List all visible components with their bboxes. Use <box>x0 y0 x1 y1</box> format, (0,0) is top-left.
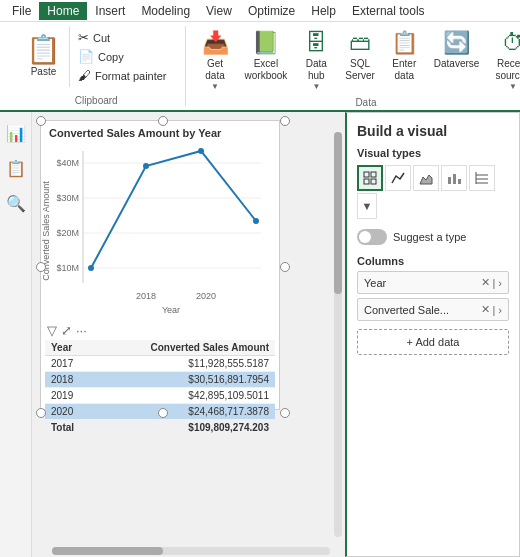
converted-sales-pill-remove[interactable]: ✕ <box>481 303 490 316</box>
table-row[interactable]: 2018$30,516,891.7954 <box>45 372 275 388</box>
visual-type-more[interactable]: ▼ <box>357 193 377 219</box>
drag-handle-top-mid[interactable] <box>158 116 168 126</box>
svg-rect-24 <box>458 179 461 184</box>
drag-handle-top-left[interactable] <box>36 116 46 126</box>
visual-type-table[interactable] <box>357 165 383 191</box>
ribbon: 📋 Paste ✂ Cut 📄 Copy 🖌 Format painter Cl… <box>0 22 520 112</box>
format-painter-button[interactable]: 🖌 Format painter <box>74 66 171 85</box>
amount-cell: $42,895,109.5011 <box>94 388 275 404</box>
svg-rect-19 <box>364 179 369 184</box>
suggest-toggle[interactable] <box>357 229 387 245</box>
table-row[interactable]: 2019$42,895,109.5011 <box>45 388 275 404</box>
data-table: Year Converted Sales Amount 2017$11,928,… <box>45 340 275 436</box>
recent-sources-button[interactable]: ⏱ Recentsources ▼ <box>489 26 520 95</box>
data-table-container: Year Converted Sales Amount 2017$11,928,… <box>41 340 279 436</box>
drag-handle-bottom-mid[interactable] <box>158 408 168 418</box>
visual-container[interactable]: Converted Sales Amount by Year $40M $30M… <box>40 120 280 410</box>
cut-button[interactable]: ✂ Cut <box>74 28 171 47</box>
total-label-cell: Total <box>45 420 94 436</box>
sql-server-button[interactable]: 🗃 SQLServer <box>339 26 380 86</box>
amount-cell: $30,516,891.7954 <box>94 372 275 388</box>
svg-marker-21 <box>420 175 432 184</box>
amount-column-header: Converted Sales Amount <box>94 340 275 356</box>
data-hub-arrow: ▼ <box>312 82 320 91</box>
enter-data-label: Enterdata <box>392 58 416 82</box>
horizontal-scrollbar-thumb[interactable] <box>52 547 163 555</box>
menu-file[interactable]: File <box>4 2 39 20</box>
menu-modeling[interactable]: Modeling <box>133 2 198 20</box>
svg-rect-20 <box>371 179 376 184</box>
drag-handle-bottom-right[interactable] <box>280 408 290 418</box>
year-column-pill: Year ✕ | › <box>357 271 509 294</box>
svg-rect-22 <box>448 177 451 184</box>
horizontal-scrollbar[interactable] <box>52 547 330 555</box>
year-pill-actions: ✕ | › <box>481 276 502 289</box>
data-group-label: Data <box>196 95 520 108</box>
svg-rect-23 <box>453 174 456 184</box>
line-chart-svg: $40M $30M $20M $10M 2018 2020 Year <box>41 141 271 316</box>
year-pill-expand[interactable]: | › <box>492 277 502 289</box>
table-row[interactable]: 2017$11,928,555.5187 <box>45 356 275 372</box>
ribbon-clipboard-group: 📋 Paste ✂ Cut 📄 Copy 🖌 Format painter Cl… <box>8 26 186 106</box>
menu-view[interactable]: View <box>198 2 240 20</box>
svg-rect-18 <box>371 172 376 177</box>
converted-sales-pill-expand[interactable]: | › <box>492 304 502 316</box>
drag-handle-bottom-left[interactable] <box>36 408 46 418</box>
ribbon-data-group: 📥 Getdata ▼ 📗 Excelworkbook 🗄 Datahub ▼ … <box>186 26 520 106</box>
paste-icon: 📋 <box>26 36 61 64</box>
visual-types-row: ▼ <box>357 165 509 219</box>
drag-handle-top-right[interactable] <box>280 116 290 126</box>
menu-insert[interactable]: Insert <box>87 2 133 20</box>
dataverse-label: Dataverse <box>434 58 480 70</box>
visual-type-bar[interactable] <box>441 165 467 191</box>
table-body: 2017$11,928,555.51872018$30,516,891.7954… <box>45 356 275 436</box>
drag-handle-left-mid[interactable] <box>36 262 46 272</box>
data-buttons: 📥 Getdata ▼ 📗 Excelworkbook 🗄 Datahub ▼ … <box>196 26 520 95</box>
data-hub-button[interactable]: 🗄 Datahub ▼ <box>297 26 335 95</box>
vertical-scrollbar-thumb[interactable] <box>334 132 342 294</box>
menu-external-tools[interactable]: External tools <box>344 2 433 20</box>
format-painter-icon: 🖌 <box>78 68 91 83</box>
recent-sources-arrow: ▼ <box>509 82 517 91</box>
add-data-button[interactable]: + Add data <box>357 329 509 355</box>
menu-help[interactable]: Help <box>303 2 344 20</box>
table-header-row: Year Converted Sales Amount <box>45 340 275 356</box>
clipboard-buttons: 📋 Paste ✂ Cut 📄 Copy 🖌 Format painter <box>18 26 175 87</box>
converted-sales-column-pill: Converted Sale... ✕ | › <box>357 298 509 321</box>
sidebar-model-icon[interactable]: 🔍 <box>2 190 30 217</box>
get-data-button[interactable]: 📥 Getdata ▼ <box>196 26 235 95</box>
paste-button[interactable]: 📋 Paste <box>18 26 70 87</box>
enter-data-button[interactable]: 📋 Enterdata <box>385 26 424 86</box>
drag-handle-right-mid[interactable] <box>280 262 290 272</box>
visual-type-grid[interactable] <box>469 165 495 191</box>
copy-button[interactable]: 📄 Copy <box>74 47 171 66</box>
visual-types-label: Visual types <box>357 147 509 159</box>
converted-sales-pill-label: Converted Sale... <box>364 304 481 316</box>
visual-type-line[interactable] <box>385 165 411 191</box>
sidebar-data-icon[interactable]: 📋 <box>2 155 30 182</box>
suggest-label: Suggest a type <box>393 231 466 243</box>
more-options-icon[interactable]: ··· <box>76 323 87 338</box>
svg-text:2020: 2020 <box>196 291 216 301</box>
excel-workbook-button[interactable]: 📗 Excelworkbook <box>239 26 294 86</box>
columns-label: Columns <box>357 255 509 267</box>
dataverse-button[interactable]: 🔄 Dataverse <box>428 26 486 74</box>
filter-icon[interactable]: ▽ <box>47 323 57 338</box>
total-amount-cell: $109,809,274.203 <box>94 420 275 436</box>
sidebar-report-icon[interactable]: 📊 <box>2 120 30 147</box>
menu-optimize[interactable]: Optimize <box>240 2 303 20</box>
copy-icon: 📄 <box>78 49 94 64</box>
data-hub-label: Datahub <box>306 58 327 82</box>
svg-text:$10M: $10M <box>56 263 79 273</box>
amount-cell: $24,468,717.3878 <box>94 404 275 420</box>
menu-home[interactable]: Home <box>39 2 87 20</box>
vertical-scrollbar[interactable] <box>334 132 342 537</box>
year-pill-label: Year <box>364 277 481 289</box>
year-pill-remove[interactable]: ✕ <box>481 276 490 289</box>
sql-icon: 🗃 <box>349 30 371 56</box>
get-data-icon: 📥 <box>202 30 229 56</box>
focus-icon[interactable]: ⤢ <box>61 323 72 338</box>
excel-icon: 📗 <box>252 30 279 56</box>
svg-text:Year: Year <box>162 305 180 315</box>
visual-type-area[interactable] <box>413 165 439 191</box>
